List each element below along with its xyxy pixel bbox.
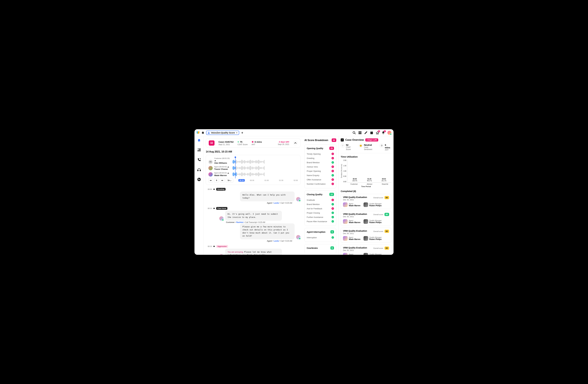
group-title: Opening Quality (307, 147, 323, 149)
speed-select[interactable]: 1x⌄ (226, 178, 233, 183)
bell-icon[interactable]: 8 (382, 131, 385, 134)
chart-bar: 01:2549.2 % (363, 178, 375, 182)
completed-title: Completed (8) (341, 190, 391, 192)
speaker-avatar (296, 197, 300, 201)
speaker-avatar (219, 216, 224, 221)
collapse-button[interactable] (293, 141, 297, 145)
workspace-tab[interactable]: VoiceZen-Quality Score ✕ (206, 131, 239, 135)
nav-analytics-icon[interactable] (197, 148, 201, 152)
calendar-icon[interactable] (370, 131, 373, 134)
completed-card[interactable]: VRM Quality EvaluationDec 30, 2021 Overa… (341, 228, 391, 243)
search-icon[interactable] (353, 131, 356, 134)
nav-headset-icon[interactable] (197, 168, 201, 171)
main: 32 Case #345762 Sept 21, 2021 ♥75 CSAT S… (194, 136, 394, 255)
breakdown-score: 32 (332, 138, 336, 142)
group-title: Courtesies (307, 247, 318, 249)
cross-icon: ✕ (332, 207, 334, 210)
transcript-block: 00:15Case IssueHi. It's going well. I ju… (206, 207, 300, 242)
tab-users-icon (208, 132, 210, 134)
chart-bar: 00:4520.6 % (349, 178, 361, 182)
audio-channel: Agent (00:00:32) ☁Wade Warren (209, 172, 298, 176)
transcript-bubble: Hi. It's going well. I just need to subm… (225, 211, 282, 220)
cross-icon: ✕ (332, 170, 334, 172)
check-icon: ✓ (332, 174, 334, 176)
svg-rect-17 (200, 149, 200, 151)
svg-rect-15 (198, 150, 198, 151)
community-icon[interactable]: 8 (376, 131, 379, 134)
stat-icon: ⏱ (379, 144, 384, 148)
nav-activity-icon[interactable] (197, 178, 201, 181)
breakdown-item: Further Assistance✓ (307, 215, 334, 219)
aht-value: 6 mins (255, 141, 262, 143)
nav-home-icon[interactable] (197, 138, 201, 142)
completed-score: 60 (384, 230, 389, 233)
clock-icon (252, 141, 254, 143)
breakdown-item: Number Confirmation✕ (307, 182, 334, 186)
dot-icon (213, 189, 215, 190)
breakdown-item: Greeting✕ (307, 156, 334, 160)
transcript-tag: Greeting (216, 188, 226, 191)
svg-point-0 (208, 132, 209, 133)
svg-rect-10 (371, 131, 371, 132)
breakdown-group: Closing Quality12Gratitude✕Brand Mention… (304, 191, 336, 226)
breakdown-item: Gratitude✕ (307, 198, 334, 202)
playhead[interactable] (235, 157, 235, 178)
avatar (363, 219, 368, 224)
compose-icon[interactable] (364, 131, 368, 134)
svg-rect-16 (199, 149, 199, 151)
completed-title: VRM Quality Evaluation (343, 247, 367, 249)
aht-label: AHT (252, 144, 262, 146)
overview-stat: ⏱6 minsAHT (379, 144, 391, 151)
breakdown-item: Timely Opening✕ (307, 152, 334, 156)
skip-forward-button[interactable]: ⏭ (220, 178, 225, 183)
transcript-time: 00:15 (206, 207, 212, 242)
channel-name: Wade Warren (214, 174, 231, 176)
transcript-row: Hello Alex. What can I help you with tod… (222, 192, 300, 201)
close-icon[interactable]: ✕ (236, 131, 238, 134)
check-icon: ✓ (332, 203, 334, 206)
avatar[interactable] (387, 131, 391, 135)
person-agent: AgentWade Warren (343, 236, 360, 241)
case-date: Sept 21, 2021 (218, 144, 233, 146)
completed-card[interactable]: VRM Quality EvaluationDec 30, 2021 Overa… (341, 194, 391, 209)
skip-back-button[interactable]: ⏮ (209, 178, 213, 183)
breakdown-item: Name Enquiry✓ (307, 173, 334, 177)
check-icon: ✓ (332, 216, 334, 218)
overview-title: Case Overview (345, 138, 364, 142)
cross-icon: ✕ (332, 178, 334, 181)
pause-button[interactable]: ⏸ (214, 178, 219, 183)
completed-date: Dec 30, 2021 (343, 233, 367, 235)
completed-card[interactable]: VRM Quality EvaluationDec 30, 2021 Overa… (341, 245, 391, 255)
person-agent: AgentWade Warren (343, 202, 360, 207)
channel-avatar (209, 172, 213, 176)
svg-line-3 (355, 133, 356, 134)
channel-avatar (209, 166, 213, 170)
transcript-row: You are annoying. Please let me know wha… (219, 249, 300, 255)
bell-badge: 8 (384, 130, 386, 132)
sidenav (194, 136, 204, 255)
transcript-block: 00:08GreetingHello Alex. What can I help… (206, 188, 300, 204)
chart-x-axis: CustomerAdvisorDead Air (348, 183, 391, 185)
add-tab-button[interactable]: ＋ (241, 131, 244, 135)
cross-icon: ✕ (332, 153, 334, 155)
timeline-ticks[interactable]: 00:10 00:10 00:30 01:00 01:30 02:00 (235, 179, 298, 181)
case-title: Case #345762 (218, 141, 233, 143)
timeline-date-heading: 14 Aug 2021, 10:15 AM (206, 150, 300, 153)
transcript-time: 00:15 (206, 245, 212, 255)
apps-icon[interactable] (358, 131, 362, 134)
stat-icon: ♡ (341, 144, 345, 148)
completed-title: VRM Quality Evaluation (343, 230, 367, 232)
check-icon: ✓ (332, 220, 334, 223)
chart-y-label: Duration (hh:mm:ss) (341, 160, 342, 183)
person-agent: AgentWade Warren (343, 219, 360, 224)
cloud-icon: ☁ (227, 166, 229, 168)
nav-call-icon[interactable] (197, 158, 201, 162)
breakdown-item: Brand Mention✓ (307, 202, 334, 206)
transcript-bubble: Please give me a few more minutes to che… (240, 223, 294, 239)
topbar: VoiceZen-Quality Score ✕ ＋ 8 8 (194, 129, 394, 136)
completed-card[interactable]: VRM Quality EvaluationDec 30, 2021 Overa… (341, 211, 391, 226)
avatar (343, 236, 348, 241)
breakdown-group: Opening Quality25Timely Opening✕Greeting… (304, 144, 336, 188)
breakdown-item: Proper Closing✓ (307, 211, 334, 215)
home-icon[interactable] (201, 131, 205, 134)
